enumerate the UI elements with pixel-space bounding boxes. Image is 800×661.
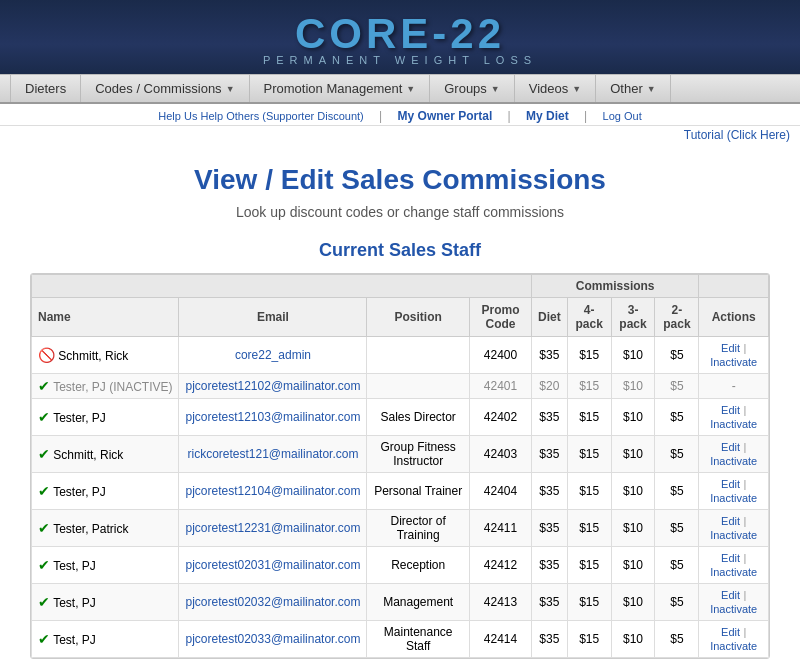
page-subtitle: Look up discount codes or change staff c… [30, 204, 770, 220]
email-link[interactable]: pjcoretest02033@mailinator.com [185, 632, 360, 646]
status-active-icon: ✔ [38, 631, 50, 647]
edit-link[interactable]: Edit [721, 342, 740, 354]
cell-promo-code: 42400 [469, 337, 531, 374]
logo-part2: 22 [450, 10, 505, 57]
nav-item-videos[interactable]: Videos ▼ [515, 75, 596, 102]
email-link[interactable]: pjcoretest12103@mailinator.com [185, 410, 360, 424]
inactivate-link[interactable]: Inactivate [710, 603, 757, 615]
cell-name: Tester, PJ [53, 485, 106, 499]
edit-link[interactable]: Edit [721, 552, 740, 564]
inactivate-link[interactable]: Inactivate [710, 418, 757, 430]
inactivate-link[interactable]: Inactivate [710, 455, 757, 467]
cell-email: pjcoretest12102@mailinator.com [179, 374, 367, 399]
col-position: Position [367, 298, 470, 337]
cell-3pack: $10 [611, 374, 655, 399]
cell-promo-code: 42403 [469, 436, 531, 473]
cell-actions: Edit | Inactivate [699, 510, 769, 547]
edit-link[interactable]: Edit [721, 404, 740, 416]
email-link[interactable]: pjcoretest12231@mailinator.com [185, 521, 360, 535]
cell-4pack: $15 [567, 621, 611, 658]
email-link[interactable]: pjcoretest02031@mailinator.com [185, 558, 360, 572]
nav-arrow-other: ▼ [647, 84, 656, 94]
cell-position [367, 374, 470, 399]
nav-item-dieters[interactable]: Dieters [10, 75, 81, 102]
nav-item-other[interactable]: Other ▼ [596, 75, 670, 102]
nav-label-codes: Codes / Commissions [95, 81, 221, 96]
email-link[interactable]: pjcoretest12104@mailinator.com [185, 484, 360, 498]
logout-link[interactable]: Log Out [597, 110, 648, 122]
cell-email: core22_admin [179, 337, 367, 374]
cell-actions: - [699, 374, 769, 399]
col-diet: Diet [532, 298, 568, 337]
edit-link[interactable]: Edit [721, 626, 740, 638]
cell-4pack: $15 [567, 436, 611, 473]
sales-staff-table-container: Commissions Name Email Position Promo Co… [30, 273, 770, 659]
cell-email: pjcoretest02033@mailinator.com [179, 621, 367, 658]
edit-link[interactable]: Edit [721, 478, 740, 490]
cell-actions: Edit | Inactivate [699, 621, 769, 658]
section-title: Current Sales Staff [30, 240, 770, 261]
col-3pack: 3-pack [611, 298, 655, 337]
cell-promo-code: 42402 [469, 399, 531, 436]
logo: CORE-22 Permanent Weight Loss [0, 10, 800, 66]
cell-status-name: 🚫 Schmitt, Rick [32, 337, 179, 374]
col-2pack: 2-pack [655, 298, 699, 337]
cell-name: Test, PJ [53, 596, 96, 610]
inactivate-link[interactable]: Inactivate [710, 356, 757, 368]
main-content: View / Edit Sales Commissions Look up di… [0, 144, 800, 661]
cell-status-name: ✔ Test, PJ [32, 584, 179, 621]
edit-link[interactable]: Edit [721, 589, 740, 601]
cell-name: Tester, PJ [53, 411, 106, 425]
action-separator: | [743, 626, 746, 638]
cell-actions: Edit | Inactivate [699, 337, 769, 374]
status-active-icon: ✔ [38, 483, 50, 499]
inactivate-link[interactable]: Inactivate [710, 492, 757, 504]
nav-item-codes[interactable]: Codes / Commissions ▼ [81, 75, 249, 102]
my-diet-link[interactable]: My Diet [520, 109, 575, 123]
cell-position: Reception [367, 547, 470, 584]
cell-status-name: ✔ Schmitt, Rick [32, 436, 179, 473]
action-separator: | [743, 515, 746, 527]
sub-nav: Help Us Help Others (Supporter Discount)… [0, 104, 800, 126]
email-link[interactable]: pjcoretest12102@mailinator.com [185, 379, 360, 393]
logo-text: CORE-22 [295, 10, 505, 57]
edit-link[interactable]: Edit [721, 441, 740, 453]
cell-2pack: $5 [655, 510, 699, 547]
cell-4pack: $15 [567, 473, 611, 510]
owner-portal-link[interactable]: My Owner Portal [392, 109, 499, 123]
cell-position: Personal Trainer [367, 473, 470, 510]
email-link[interactable]: rickcoretest121@mailinator.com [187, 447, 358, 461]
tutorial-link[interactable]: Tutorial (Click Here) [0, 126, 800, 144]
cell-promo-code: 42413 [469, 584, 531, 621]
action-separator: | [743, 342, 746, 354]
action-separator: | [743, 404, 746, 416]
no-action: - [732, 379, 736, 393]
cell-status-name: ✔ Test, PJ [32, 547, 179, 584]
inactivate-link[interactable]: Inactivate [710, 566, 757, 578]
cell-email: pjcoretest12231@mailinator.com [179, 510, 367, 547]
email-link[interactable]: pjcoretest02032@mailinator.com [185, 595, 360, 609]
cell-2pack: $5 [655, 399, 699, 436]
nav-item-groups[interactable]: Groups ▼ [430, 75, 515, 102]
cell-4pack: $15 [567, 510, 611, 547]
supporter-discount-link[interactable]: Help Us Help Others (Supporter Discount) [152, 110, 369, 122]
page-title: View / Edit Sales Commissions [30, 164, 770, 196]
cell-3pack: $10 [611, 337, 655, 374]
cell-email: pjcoretest02031@mailinator.com [179, 547, 367, 584]
edit-link[interactable]: Edit [721, 515, 740, 527]
sales-staff-table: Commissions Name Email Position Promo Co… [31, 274, 769, 658]
cell-actions: Edit | Inactivate [699, 399, 769, 436]
email-link[interactable]: core22_admin [235, 348, 311, 362]
logo-part1: CORE- [295, 10, 450, 57]
inactivate-link[interactable]: Inactivate [710, 640, 757, 652]
nav-item-promotion[interactable]: Promotion Management ▼ [250, 75, 431, 102]
table-column-headers: Name Email Position Promo Code Diet 4-pa… [32, 298, 769, 337]
cell-name: Tester, PJ (INACTIVE) [53, 380, 172, 394]
status-active-icon: ✔ [38, 594, 50, 610]
cell-diet: $35 [532, 584, 568, 621]
nav-label-promotion: Promotion Management [264, 81, 403, 96]
cell-4pack: $15 [567, 547, 611, 584]
status-inactive-check-icon: ✔ [38, 378, 50, 394]
cell-status-name: ✔ Tester, Patrick [32, 510, 179, 547]
inactivate-link[interactable]: Inactivate [710, 529, 757, 541]
